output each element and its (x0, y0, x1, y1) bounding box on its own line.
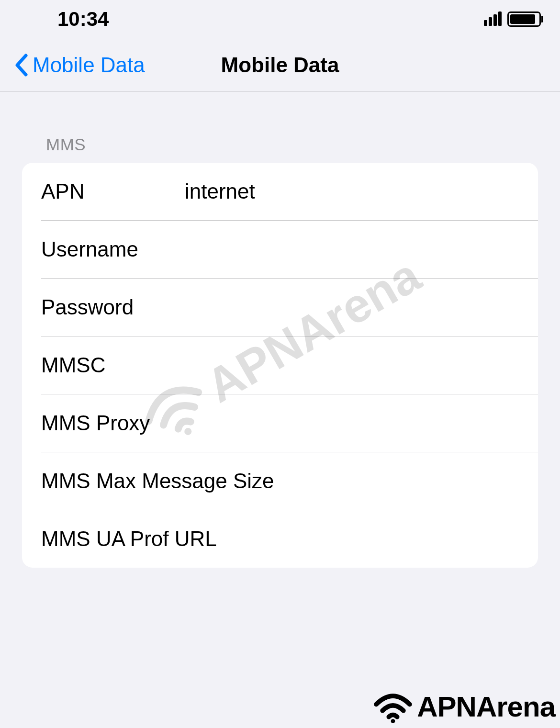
chevron-left-icon (14, 54, 28, 77)
username-label: Username (41, 237, 185, 261)
svg-point-1 (391, 719, 395, 723)
mmsc-label: MMSC (41, 353, 185, 377)
watermark-bottom-text: APNArena (417, 690, 555, 723)
watermark-bottom: APNArena (371, 690, 555, 723)
mms-settings-group: APN internet Username Password MMSC MMS … (22, 163, 538, 568)
navigation-bar: Mobile Data Mobile Data (0, 38, 560, 92)
username-row[interactable]: Username (22, 221, 538, 278)
mmsc-row[interactable]: MMSC (22, 336, 538, 394)
status-bar: 10:34 (0, 0, 560, 38)
mms-max-label: MMS Max Message Size (41, 469, 538, 493)
status-right (484, 11, 541, 27)
apn-value[interactable]: internet (185, 179, 538, 203)
password-label: Password (41, 295, 185, 319)
status-time: 10:34 (57, 8, 109, 31)
mms-ua-label: MMS UA Prof URL (41, 527, 538, 551)
password-row[interactable]: Password (22, 279, 538, 336)
battery-icon (507, 11, 541, 27)
apn-row[interactable]: APN internet (22, 163, 538, 220)
mms-ua-row[interactable]: MMS UA Prof URL (22, 510, 538, 568)
cellular-signal-icon (484, 12, 502, 26)
back-button[interactable]: Mobile Data (14, 53, 145, 77)
mms-proxy-row[interactable]: MMS Proxy (22, 394, 538, 452)
mms-proxy-label: MMS Proxy (41, 411, 185, 435)
wifi-icon (371, 690, 414, 723)
back-label: Mobile Data (33, 53, 145, 77)
apn-label: APN (41, 179, 185, 203)
mms-max-row[interactable]: MMS Max Message Size (22, 452, 538, 510)
content-area: MMS APN internet Username Password MMSC … (0, 92, 560, 568)
section-header-mms: MMS (22, 135, 538, 163)
